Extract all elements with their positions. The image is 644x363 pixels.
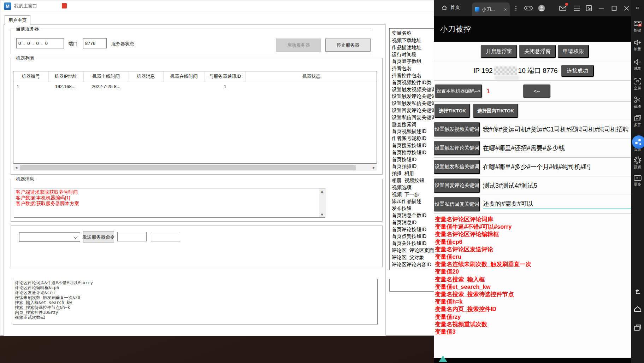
list-item[interactable]: 视频下载地址 <box>392 37 435 44</box>
command-select[interactable] <box>19 232 80 242</box>
list-item[interactable]: 作品描述地址 <box>392 44 435 51</box>
list-item[interactable]: 设置触发视频关键词 <box>392 86 435 93</box>
list-item[interactable]: 首页遮字数组 <box>392 58 435 65</box>
list-item[interactable]: 首页拍摄ID <box>392 163 435 170</box>
start-server-button[interactable]: 启动服务器 <box>276 39 321 52</box>
send-command-button[interactable]: 发送服务器命令 <box>83 232 114 242</box>
tab-menu-icon[interactable] <box>513 5 518 11</box>
column-header[interactable]: 机器消息 <box>129 71 163 82</box>
keyword-value-input[interactable]: 还要的#需要#可以 <box>483 199 631 209</box>
list-item[interactable]: 设置触发私信关键词 <box>392 100 435 107</box>
set-keyword-button[interactable]: 设置私信回复关键词 <box>434 197 480 211</box>
list-item[interactable]: 首页视频控件ID类 <box>392 79 435 86</box>
gamepad-icon[interactable] <box>524 4 533 12</box>
list-item[interactable]: 评论区_父对象 <box>392 254 435 261</box>
list-item[interactable]: 设置私信回复关键词 <box>392 114 435 121</box>
avatar[interactable] <box>537 4 546 12</box>
list-item[interactable]: 运行时间段 <box>392 51 435 58</box>
list-item[interactable]: 抖音包名 <box>392 65 435 72</box>
android-recents-icon[interactable] <box>631 324 644 331</box>
minimize-icon[interactable] <box>597 4 606 12</box>
scroll-up-arrow-icon[interactable]: ▲ <box>321 188 323 194</box>
column-header[interactable]: 机器上线时间 <box>83 71 129 82</box>
tab-user-home[interactable]: 用户主页 <box>5 15 30 25</box>
sidebar-item-screenshot[interactable]: 截图 <box>631 96 644 109</box>
list-item[interactable]: 添加作品描述 <box>392 198 435 205</box>
list-item[interactable]: 评论区_评论区页面 <box>392 247 435 254</box>
list-item[interactable]: 首页推荐按钮ID <box>392 149 435 156</box>
collapse-sidebar-icon[interactable]: « <box>631 3 644 13</box>
tab-home[interactable]: 首页 <box>442 4 460 11</box>
scroll-right-arrow-icon[interactable]: ▶ <box>371 164 377 171</box>
column-header[interactable]: 机器状态 <box>246 71 377 82</box>
machine-code-input[interactable]: 1 <box>486 87 505 95</box>
sidebar-item-more[interactable]: 更多 <box>631 175 644 187</box>
sidebar-item-volume-up[interactable]: 加量 <box>631 40 644 52</box>
sidebar-item-keymapping[interactable]: 按键 <box>631 21 644 33</box>
close-icon[interactable] <box>622 4 631 12</box>
command-param1-input[interactable] <box>117 232 147 241</box>
column-header[interactable]: 与服务器通讯ID <box>205 71 246 82</box>
list-item[interactable]: 拍摄_相册 <box>392 170 435 177</box>
set-machine-code-button[interactable]: 设置本地机器编码--> <box>435 84 482 98</box>
tab-xiaodao[interactable]: 小刀... × <box>472 2 510 16</box>
menu-icon[interactable] <box>572 4 581 12</box>
stop-server-button[interactable]: 停止服务器 <box>325 39 371 52</box>
variable-value-input[interactable] <box>389 279 434 292</box>
table-row[interactable]: 1192.168....2022-7-25 8... 1 <box>13 82 377 91</box>
sidebar-item-volume-down[interactable]: 减量 <box>631 59 644 71</box>
list-item[interactable]: 设置触发评论关键词 <box>392 93 435 100</box>
set-keyword-button[interactable]: 设置触发视频关键词 <box>434 122 480 136</box>
script-variables-textarea[interactable]: 评论区评论词库&牛逼#不错#可以#sorry评论区评论编辑框&cp6评论区发送评… <box>13 279 378 324</box>
keyword-value-input[interactable]: 我#你#货运司机#货运#C1司机#招聘司机#纯司机招聘 <box>483 125 631 134</box>
set-keyword-button[interactable]: 设置触发私信关键词 <box>434 160 480 174</box>
list-item[interactable]: 首页点赞按钮ID <box>392 233 435 240</box>
set-keyword-button[interactable]: 设置回复评论关键词 <box>434 178 480 193</box>
vertical-scrollbar[interactable]: ▲ ▼ <box>319 188 325 217</box>
server-ip-input[interactable]: 0 . 0 . 0 . 0 <box>16 38 64 48</box>
maximize-icon[interactable] <box>609 4 619 12</box>
back-arrow-button[interactable]: <-- <box>523 84 550 98</box>
list-item[interactable]: 首页消息个数ID <box>392 212 435 219</box>
scrollbar-thumb[interactable] <box>20 165 356 170</box>
list-item[interactable]: 首页评论按钮ID <box>392 226 435 233</box>
keyword-value-input[interactable]: 在哪#哪里#多少#一个月#钱#纯司机#吗 <box>483 163 631 171</box>
select-tiktok-button[interactable]: 选择TIKTOK <box>435 104 470 118</box>
list-item[interactable]: 相册_视频按钮 <box>392 177 435 184</box>
list-item[interactable]: 发布按钮 <box>392 205 435 212</box>
column-header[interactable]: 机器编号 <box>13 71 48 82</box>
mail-icon[interactable] <box>558 4 567 12</box>
sidebar-item-settings[interactable]: 设置 <box>631 157 644 170</box>
select-cn-tiktok-button[interactable]: 选择国内TIKTOK <box>473 104 518 118</box>
list-item[interactable]: 评论区评论内容ID <box>392 261 435 268</box>
list-item[interactable]: 首页消息ID <box>392 219 435 226</box>
keyword-value-input[interactable]: 在哪#哪里#还招#需要#多少钱 <box>483 144 631 152</box>
column-header[interactable]: 机器IP地址 <box>48 71 83 82</box>
request-permission-button[interactable]: 申请权限 <box>558 45 589 58</box>
list-item[interactable]: 首页关注按钮ID <box>392 240 435 247</box>
list-item[interactable]: 作者账号昵称ID <box>392 135 435 142</box>
list-item[interactable]: 设置回复评论关键词 <box>392 107 435 114</box>
horizontal-scrollbar[interactable]: ◀ ▶ <box>13 164 377 171</box>
close-float-window-button[interactable]: 关闭悬浮窗 <box>519 45 556 58</box>
column-header[interactable]: 机器在线时间 <box>163 71 205 82</box>
scroll-down-arrow-icon[interactable]: ▼ <box>321 212 323 217</box>
android-back-icon[interactable] <box>631 289 644 294</box>
floating-logo-button[interactable] <box>632 135 644 149</box>
connect-status-button[interactable]: 连接成功 <box>561 65 594 77</box>
list-item[interactable]: 首页搜索按钮ID <box>392 142 435 149</box>
scroll-left-arrow-icon[interactable]: ◀ <box>13 164 19 171</box>
android-home-icon[interactable] <box>631 306 644 312</box>
list-item[interactable]: 首页视频描述ID <box>392 128 435 135</box>
list-item[interactable]: 垂直搜索词 <box>392 121 435 128</box>
popout-icon[interactable] <box>584 4 593 12</box>
open-float-window-button[interactable]: 开启悬浮窗 <box>481 45 517 58</box>
port-input[interactable]: 8776 <box>83 38 107 48</box>
list-item[interactable]: 首页按钮ID <box>392 156 435 163</box>
list-item[interactable]: 视频_下一步 <box>392 191 435 198</box>
sidebar-item-multi-instance[interactable]: 多开 <box>631 115 644 128</box>
close-tab-icon[interactable]: × <box>504 7 507 12</box>
command-param2-input[interactable] <box>151 232 180 241</box>
list-item[interactable]: 视频选项 <box>392 184 435 191</box>
keyword-value-input[interactable]: 测试3#测试4#测试5 <box>483 181 631 190</box>
